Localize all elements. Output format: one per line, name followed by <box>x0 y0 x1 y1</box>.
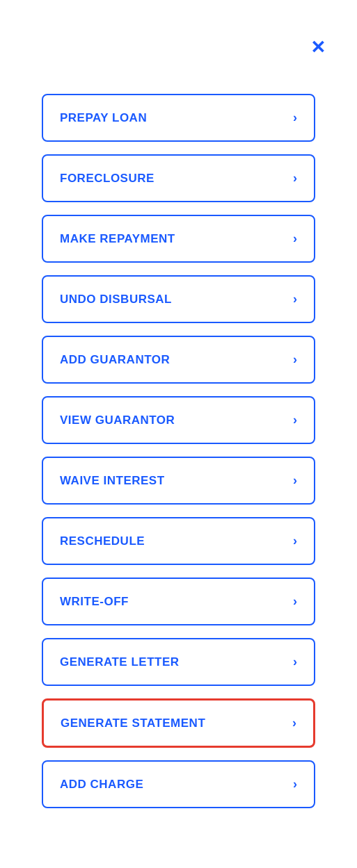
chevron-right-icon-undo-disbursal: › <box>293 292 297 306</box>
menu-item-label-write-off: WRITE-OFF <box>60 595 129 609</box>
chevron-right-icon-waive-interest: › <box>293 473 297 488</box>
chevron-right-icon-view-guarantor: › <box>293 413 297 427</box>
menu-item-prepay-loan[interactable]: PREPAY LOAN› <box>42 94 315 142</box>
menu-item-waive-interest[interactable]: WAIVE INTEREST› <box>42 457 315 505</box>
chevron-right-icon-add-charge: › <box>293 777 297 792</box>
menu-item-label-foreclosure: FORECLOSURE <box>60 172 154 186</box>
chevron-right-icon-write-off: › <box>293 594 297 609</box>
chevron-right-icon-foreclosure: › <box>293 171 297 186</box>
menu-item-label-prepay-loan: PREPAY LOAN <box>60 111 147 125</box>
chevron-right-icon-add-guarantor: › <box>293 352 297 367</box>
menu-list: PREPAY LOAN›FORECLOSURE›MAKE REPAYMENT›U… <box>0 0 357 862</box>
menu-item-label-add-charge: ADD CHARGE <box>60 778 143 792</box>
menu-item-label-view-guarantor: VIEW GUARANTOR <box>60 413 175 427</box>
menu-item-label-reschedule: RESCHEDULE <box>60 534 145 548</box>
menu-item-write-off[interactable]: WRITE-OFF› <box>42 578 315 625</box>
menu-item-undo-disbursal[interactable]: UNDO DISBURSAL› <box>42 275 315 323</box>
menu-item-label-generate-letter: GENERATE LETTER <box>60 655 180 669</box>
close-button[interactable]: ✕ <box>310 38 326 56</box>
menu-item-view-guarantor[interactable]: VIEW GUARANTOR› <box>42 396 315 444</box>
menu-item-reschedule[interactable]: RESCHEDULE› <box>42 517 315 565</box>
menu-item-label-add-guarantor: ADD GUARANTOR <box>60 353 170 367</box>
menu-item-generate-statement[interactable]: GENERATE STATEMENT› <box>42 698 315 748</box>
menu-item-label-undo-disbursal: UNDO DISBURSAL <box>60 293 172 306</box>
menu-item-add-charge[interactable]: ADD CHARGE› <box>42 760 315 808</box>
chevron-right-icon-prepay-loan: › <box>293 110 297 125</box>
chevron-right-icon-generate-letter: › <box>293 655 297 669</box>
chevron-right-icon-make-repayment: › <box>293 231 297 246</box>
menu-item-foreclosure[interactable]: FORECLOSURE› <box>42 154 315 202</box>
chevron-right-icon-reschedule: › <box>293 534 297 548</box>
menu-item-add-guarantor[interactable]: ADD GUARANTOR› <box>42 336 315 384</box>
menu-item-make-repayment[interactable]: MAKE REPAYMENT› <box>42 215 315 263</box>
menu-item-label-generate-statement: GENERATE STATEMENT <box>61 716 205 730</box>
menu-item-generate-letter[interactable]: GENERATE LETTER› <box>42 638 315 686</box>
menu-item-label-make-repayment: MAKE REPAYMENT <box>60 232 175 246</box>
menu-item-label-waive-interest: WAIVE INTEREST <box>60 474 165 488</box>
chevron-right-icon-generate-statement: › <box>292 716 296 730</box>
